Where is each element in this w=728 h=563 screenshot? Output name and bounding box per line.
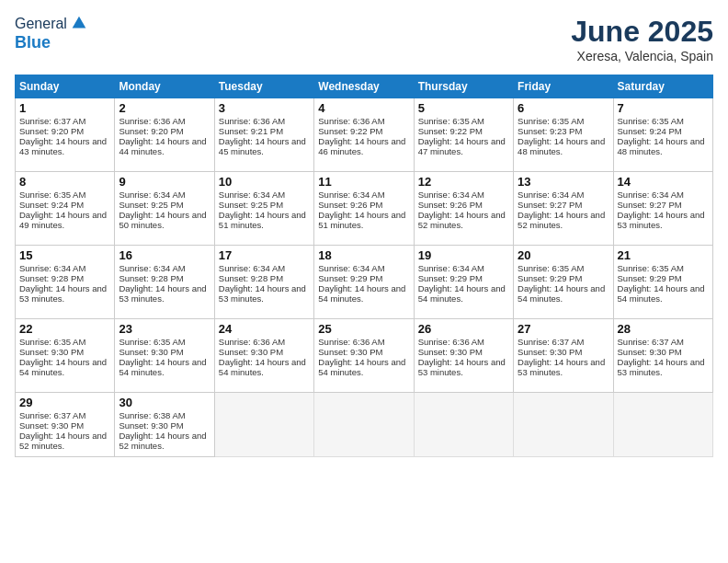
- sunset-16: Sunset: 9:28 PM: [119, 273, 183, 283]
- sunrise-22: Sunrise: 6:35 AM: [19, 337, 85, 347]
- daylight-9: Daylight: 14 hours and 50 minutes.: [119, 210, 206, 230]
- sunset-27: Sunset: 9:30 PM: [518, 347, 582, 357]
- sunset-18: Sunset: 9:29 PM: [318, 273, 382, 283]
- header-thursday: Thursday: [414, 75, 513, 98]
- daylight-16: Daylight: 14 hours and 53 minutes.: [119, 283, 206, 304]
- daylight-23: Daylight: 14 hours and 54 minutes.: [119, 357, 206, 377]
- sunrise-21: Sunrise: 6:35 AM: [618, 263, 684, 273]
- sunset-12: Sunset: 9:26 PM: [418, 200, 483, 210]
- day-num-17: 17: [219, 248, 310, 262]
- sunset-15: Sunset: 9:28 PM: [19, 273, 84, 283]
- sunset-9: Sunset: 9:25 PM: [119, 200, 183, 210]
- location: Xeresa, Valencia, Spain: [571, 49, 713, 63]
- sunrise-27: Sunrise: 6:37 AM: [518, 337, 584, 347]
- daylight-25: Daylight: 14 hours and 54 minutes.: [318, 357, 405, 377]
- calendar-cell: [414, 393, 513, 457]
- sunset-21: Sunset: 9:29 PM: [618, 273, 682, 283]
- sunrise-2: Sunrise: 6:36 AM: [119, 116, 185, 126]
- day-num-2: 2: [119, 101, 210, 115]
- day-num-15: 15: [19, 248, 110, 262]
- sunrise-28: Sunrise: 6:37 AM: [618, 337, 684, 347]
- sunrise-29: Sunrise: 6:37 AM: [19, 410, 85, 420]
- daylight-17: Daylight: 14 hours and 53 minutes.: [219, 283, 306, 304]
- day-num-20: 20: [518, 248, 609, 262]
- sunrise-9: Sunrise: 6:34 AM: [119, 190, 185, 200]
- daylight-1: Daylight: 14 hours and 43 minutes.: [19, 136, 107, 156]
- daylight-3: Daylight: 14 hours and 45 minutes.: [219, 136, 306, 156]
- sunset-24: Sunset: 9:30 PM: [219, 347, 283, 357]
- month-title: June 2025: [571, 15, 713, 49]
- calendar-cell: 19Sunrise: 6:34 AMSunset: 9:29 PMDayligh…: [414, 246, 513, 319]
- sunrise-19: Sunrise: 6:34 AM: [418, 263, 484, 273]
- sunset-1: Sunset: 9:20 PM: [19, 126, 84, 136]
- logo-blue-text: Blue: [15, 33, 51, 52]
- sunrise-14: Sunrise: 6:34 AM: [618, 190, 684, 200]
- calendar-cell: 15Sunrise: 6:34 AMSunset: 9:28 PMDayligh…: [16, 246, 115, 319]
- sunrise-6: Sunrise: 6:35 AM: [518, 116, 584, 126]
- calendar-cell: 10Sunrise: 6:34 AMSunset: 9:25 PMDayligh…: [214, 172, 313, 246]
- calendar-cell: 28Sunrise: 6:37 AMSunset: 9:30 PMDayligh…: [613, 319, 712, 393]
- calendar-cell: 30Sunrise: 6:38 AMSunset: 9:30 PMDayligh…: [115, 393, 214, 457]
- daylight-11: Daylight: 14 hours and 51 minutes.: [318, 210, 405, 230]
- sunrise-26: Sunrise: 6:36 AM: [418, 337, 484, 347]
- sunrise-23: Sunrise: 6:35 AM: [119, 337, 185, 347]
- sunset-3: Sunset: 9:21 PM: [219, 126, 283, 136]
- day-num-25: 25: [318, 322, 409, 336]
- sunrise-12: Sunrise: 6:34 AM: [418, 190, 484, 200]
- sunset-23: Sunset: 9:30 PM: [119, 347, 183, 357]
- day-num-29: 29: [19, 396, 110, 409]
- daylight-30: Daylight: 14 hours and 52 minutes.: [119, 431, 206, 451]
- sunrise-24: Sunrise: 6:36 AM: [219, 337, 285, 347]
- calendar-cell: [514, 393, 613, 457]
- daylight-4: Daylight: 14 hours and 46 minutes.: [318, 136, 405, 156]
- daylight-24: Daylight: 14 hours and 54 minutes.: [219, 357, 306, 377]
- day-num-8: 8: [19, 175, 110, 189]
- sunset-29: Sunset: 9:30 PM: [19, 420, 84, 431]
- daylight-6: Daylight: 14 hours and 48 minutes.: [518, 136, 605, 156]
- sunset-19: Sunset: 9:29 PM: [418, 273, 483, 283]
- day-num-12: 12: [418, 175, 509, 189]
- sunset-5: Sunset: 9:22 PM: [418, 126, 483, 136]
- calendar-cell: 3Sunrise: 6:36 AMSunset: 9:21 PMDaylight…: [214, 98, 313, 172]
- calendar-cell: 1Sunrise: 6:37 AMSunset: 9:20 PMDaylight…: [16, 98, 115, 172]
- daylight-27: Daylight: 14 hours and 53 minutes.: [518, 357, 605, 377]
- daylight-18: Daylight: 14 hours and 54 minutes.: [318, 283, 405, 304]
- sunrise-25: Sunrise: 6:36 AM: [318, 337, 384, 347]
- daylight-29: Daylight: 14 hours and 52 minutes.: [19, 431, 107, 451]
- calendar-cell: 27Sunrise: 6:37 AMSunset: 9:30 PMDayligh…: [514, 319, 613, 393]
- sunset-26: Sunset: 9:30 PM: [418, 347, 483, 357]
- sunset-25: Sunset: 9:30 PM: [318, 347, 382, 357]
- calendar-cell: 26Sunrise: 6:36 AMSunset: 9:30 PMDayligh…: [414, 319, 513, 393]
- day-num-1: 1: [19, 101, 110, 115]
- daylight-15: Daylight: 14 hours and 53 minutes.: [19, 283, 107, 304]
- daylight-14: Daylight: 14 hours and 53 minutes.: [618, 210, 705, 230]
- header-sunday: Sunday: [16, 75, 115, 98]
- calendar-cell: 5Sunrise: 6:35 AMSunset: 9:22 PMDaylight…: [414, 98, 513, 172]
- daylight-13: Daylight: 14 hours and 52 minutes.: [518, 210, 605, 230]
- day-num-10: 10: [219, 175, 310, 189]
- sunrise-30: Sunrise: 6:38 AM: [119, 410, 185, 420]
- sunrise-11: Sunrise: 6:34 AM: [318, 190, 384, 200]
- sunset-2: Sunset: 9:20 PM: [119, 126, 183, 136]
- calendar-cell: 29Sunrise: 6:37 AMSunset: 9:30 PMDayligh…: [16, 393, 115, 457]
- daylight-10: Daylight: 14 hours and 51 minutes.: [219, 210, 306, 230]
- header-friday: Friday: [514, 75, 613, 98]
- header-tuesday: Tuesday: [214, 75, 313, 98]
- daylight-7: Daylight: 14 hours and 48 minutes.: [618, 136, 705, 156]
- day-num-5: 5: [418, 101, 509, 115]
- title-block: June 2025 Xeresa, Valencia, Spain: [571, 15, 713, 63]
- calendar-cell: 7Sunrise: 6:35 AMSunset: 9:24 PMDaylight…: [613, 98, 712, 172]
- daylight-5: Daylight: 14 hours and 47 minutes.: [418, 136, 506, 156]
- sunrise-13: Sunrise: 6:34 AM: [518, 190, 584, 200]
- sunset-7: Sunset: 9:24 PM: [618, 126, 682, 136]
- day-num-3: 3: [219, 101, 310, 115]
- calendar-cell: 23Sunrise: 6:35 AMSunset: 9:30 PMDayligh…: [115, 319, 214, 393]
- calendar-cell: 18Sunrise: 6:34 AMSunset: 9:29 PMDayligh…: [314, 246, 414, 319]
- header-monday: Monday: [115, 75, 214, 98]
- day-num-4: 4: [318, 101, 409, 115]
- calendar-cell: 4Sunrise: 6:36 AMSunset: 9:22 PMDaylight…: [314, 98, 414, 172]
- logo-general-text: General: [15, 16, 67, 32]
- day-num-16: 16: [119, 248, 210, 262]
- daylight-28: Daylight: 14 hours and 53 minutes.: [618, 357, 705, 377]
- day-num-28: 28: [618, 322, 709, 336]
